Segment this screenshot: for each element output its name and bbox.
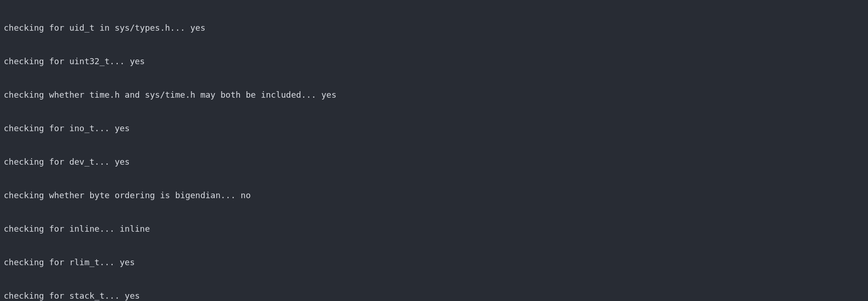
output-line: checking whether time.h and sys/time.h m… (4, 89, 864, 100)
output-line: checking for dev_t... yes (4, 156, 864, 167)
output-line: checking for stack_t... yes (4, 290, 864, 301)
output-line: checking for uint32_t... yes (4, 56, 864, 67)
output-line: checking for rlim_t... yes (4, 257, 864, 268)
output-line: checking for inline... inline (4, 223, 864, 234)
output-line: checking whether byte ordering is bigend… (4, 190, 864, 201)
terminal-output[interactable]: checking for uid_t in sys/types.h... yes… (0, 0, 868, 301)
output-line: checking for uid_t in sys/types.h... yes (4, 22, 864, 33)
output-line: checking for ino_t... yes (4, 123, 864, 134)
